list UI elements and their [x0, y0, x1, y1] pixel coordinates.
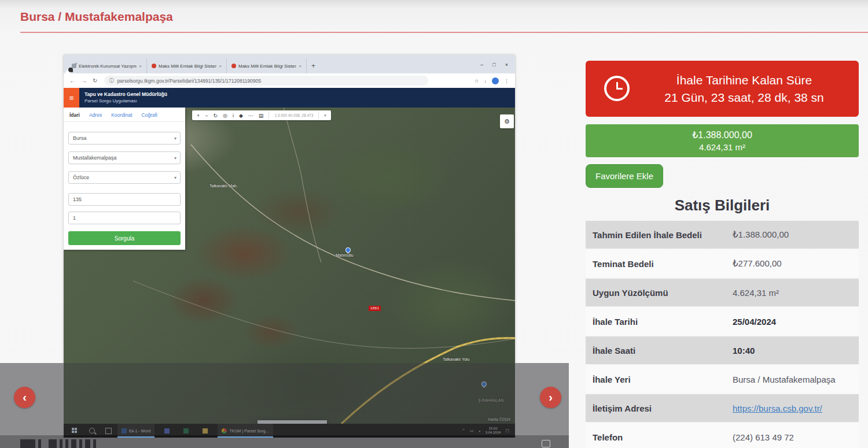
- lock-icon: ⓘ: [109, 77, 113, 84]
- countdown-box: İhale Tarihine Kalan Süre 21 Gün, 23 saa…: [586, 61, 859, 117]
- map-settings-button[interactable]: ⚙: [500, 114, 514, 128]
- address-bar[interactable]: ⓘ parselsorgu.tkgm.gov.tr/ParselIdari/13…: [104, 76, 428, 86]
- table-row: İletişim Adresi https://bursa.csb.gov.tr…: [586, 394, 859, 422]
- map-toolbar: + − ↻ ◎ i ◆ ⋯ ▤ 1:3.000 40.038, 28.473 ▾: [192, 110, 331, 120]
- new-tab-button[interactable]: +: [311, 62, 315, 70]
- download-icon[interactable]: ↓: [484, 78, 487, 84]
- table-row: Tahmin Edilen İhale Bedeli ₺1.388.000,00: [586, 221, 859, 249]
- table-row: İhale Tarihi 25/04/2024: [586, 308, 859, 335]
- map-label-village: Tatkavaklı Mah.: [209, 184, 238, 188]
- query-submit-button[interactable]: Sorgula: [68, 231, 181, 245]
- map-coords-text: 1:3.000 40.038, 28.473: [274, 113, 313, 117]
- query-panel: İdari Adres Koordinat Coğrafi Bursa ▾ Mu…: [64, 108, 185, 250]
- chevron-down-icon: ▾: [174, 155, 176, 161]
- tab-idari[interactable]: İdari: [69, 112, 80, 118]
- chevron-down-icon: ▾: [174, 175, 176, 180]
- layer-chevron-icon[interactable]: ▾: [324, 113, 326, 118]
- price-box: ₺1.388.000,00 4.624,31 m²: [586, 124, 859, 157]
- tab-favicon: [152, 64, 156, 68]
- add-favorite-button[interactable]: Favorilere Ekle: [586, 164, 663, 188]
- page-title: Bursa / Mustafakemalpaşa: [20, 10, 173, 24]
- contact-link[interactable]: https://bursa.csb.gov.tr/: [733, 403, 822, 413]
- app-header: ≡ Tapu ve Kadastro Genel Müdürlüğü Parse…: [64, 88, 515, 108]
- table-row: İhale Yeri Bursa / Mustafakemalpaşa: [586, 365, 859, 393]
- print-icon[interactable]: ▤: [259, 113, 264, 119]
- parcel-input[interactable]: 1: [68, 212, 181, 224]
- clock-icon: [604, 76, 630, 101]
- browser-tab[interactable]: Maks Milli Emlak Bilgi Sistemi ×: [227, 58, 307, 73]
- profile-avatar[interactable]: [492, 77, 499, 84]
- table-row: Teminat Bedeli ₺277.600,00: [586, 250, 859, 277]
- map-label-site: Mahmutlu: [336, 253, 354, 258]
- url-text: parselsorgu.tkgm.gov.tr/ParselIdari/1348…: [117, 78, 261, 84]
- neighborhood-select[interactable]: Özlüce ▾: [68, 171, 181, 184]
- gear-icon: ⚙: [504, 118, 510, 125]
- app-title: Tapu ve Kadastro Genel Müdürlüğü: [84, 91, 167, 97]
- locate-icon[interactable]: ◎: [223, 113, 227, 119]
- parcel-marker[interactable]: 135/1: [369, 306, 381, 311]
- chevron-down-icon: ▾: [174, 136, 176, 141]
- tab-koordinat[interactable]: Koordinat: [111, 112, 132, 118]
- map-label-road: Tatkavaklı Yolu: [443, 357, 483, 362]
- countdown-title: İhale Tarihine Kalan Süre: [638, 73, 851, 87]
- price-value: ₺1.388.000,00: [586, 129, 859, 140]
- carousel-band-overlay: [64, 363, 515, 435]
- browser-tabstrip: Elektronik Kurumsal Yazışma × Maks Milli…: [64, 55, 515, 73]
- area-value: 4.624,31 m²: [586, 142, 859, 152]
- tab-close-icon[interactable]: ×: [139, 64, 142, 69]
- table-row: İhale Saati 10:40: [586, 336, 859, 364]
- sales-info-table: Tahmin Edilen İhale Bedeli ₺1.388.000,00…: [586, 221, 859, 448]
- title-divider: [20, 32, 868, 33]
- forward-icon[interactable]: →: [81, 77, 87, 84]
- back-icon[interactable]: ←: [69, 77, 75, 84]
- tab-close-icon[interactable]: ×: [219, 64, 222, 69]
- tab-cografi[interactable]: Coğrafi: [142, 112, 157, 118]
- browser-tab[interactable]: Elektronik Kurumsal Yazışma ×: [67, 58, 147, 73]
- table-row: Uygun Yüzölçümü 4.624,31 m²: [586, 279, 859, 306]
- block-input[interactable]: 135: [68, 193, 181, 206]
- cutoff-text-fragment: [20, 439, 96, 448]
- app-subtitle: Parsel Sorgu Uygulaması: [84, 98, 137, 103]
- info-icon[interactable]: i: [233, 113, 234, 119]
- reload-icon[interactable]: ↻: [93, 77, 97, 84]
- browser-toolbar: ← → ↻ ⓘ parselsorgu.tkgm.gov.tr/ParselId…: [64, 73, 515, 88]
- tab-favicon: [231, 64, 236, 68]
- expand-icon[interactable]: [542, 440, 550, 447]
- sales-info-heading: Satış Bilgileri: [586, 197, 859, 214]
- countdown-remaining: 21 Gün, 23 saat, 28 dk, 38 sn: [638, 91, 851, 105]
- table-row: Telefon (224) 613 49 72: [586, 423, 859, 448]
- zoom-out-icon[interactable]: −: [205, 113, 208, 119]
- tab-favicon: [68, 67, 73, 72]
- tab-close-icon[interactable]: ×: [299, 64, 301, 69]
- carousel-next-button[interactable]: ›: [540, 387, 561, 408]
- province-select[interactable]: Bursa ▾: [68, 132, 181, 145]
- zoom-in-icon[interactable]: +: [197, 113, 200, 119]
- window-close-button[interactable]: ×: [505, 62, 508, 68]
- toolbar-divider: [269, 112, 269, 119]
- browser-tab[interactable]: Maks Milli Emlak Bilgi Sistemi ×: [147, 58, 227, 73]
- carousel-prev-button[interactable]: ‹: [14, 387, 35, 408]
- refresh-icon[interactable]: ↻: [214, 113, 218, 119]
- district-select[interactable]: Mustafakemalpaşa ▾: [68, 151, 181, 164]
- tab-adres[interactable]: Adres: [89, 112, 102, 118]
- browser-menu-icon[interactable]: ⋮: [504, 78, 509, 84]
- more-icon[interactable]: ⋯: [248, 113, 253, 119]
- hamburger-menu-icon[interactable]: ≡: [64, 88, 79, 108]
- window-maximize-button[interactable]: □: [492, 62, 495, 68]
- window-minimize-button[interactable]: –: [480, 62, 483, 68]
- bookmark-star-icon[interactable]: ☆: [474, 78, 479, 84]
- marker-icon[interactable]: ◆: [239, 113, 243, 119]
- toolbar-divider: [318, 112, 319, 119]
